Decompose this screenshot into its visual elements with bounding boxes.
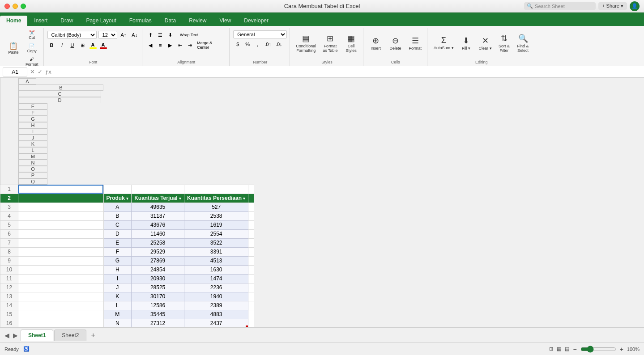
tab-draw[interactable]: Draw	[54, 16, 79, 26]
tab-data[interactable]: Data	[158, 16, 182, 26]
align-left-button[interactable]: ◀	[146, 41, 155, 50]
cell-d15[interactable]: 4883	[184, 310, 248, 319]
percent-button[interactable]: %	[243, 40, 252, 49]
cell-c5[interactable]: 43676	[132, 220, 184, 229]
cell-a1[interactable]	[18, 185, 104, 194]
cell-d13[interactable]: 1940	[184, 292, 248, 301]
user-avatar[interactable]: 👤	[630, 1, 640, 11]
cell-a11[interactable]	[18, 274, 104, 283]
decrease-font-button[interactable]: A↓	[130, 30, 139, 39]
tab-review[interactable]: Review	[183, 16, 213, 26]
cell-a6[interactable]	[18, 229, 104, 238]
align-right-button[interactable]: ▶	[166, 41, 175, 50]
cell-b15[interactable]: M	[103, 310, 132, 319]
cell-c10[interactable]: 24854	[132, 265, 184, 274]
page-layout-view-icon[interactable]: ▦	[557, 346, 561, 352]
cell-b10[interactable]: H	[103, 265, 132, 274]
cell-b5[interactable]: C	[103, 220, 132, 229]
insert-function-icon[interactable]: ƒx	[45, 68, 51, 75]
cell-a3[interactable]	[18, 203, 104, 211]
cell-c6[interactable]: 11460	[132, 229, 184, 238]
accounting-format-button[interactable]: $	[233, 40, 242, 49]
col-header-k[interactable]: K	[18, 141, 47, 147]
number-format-select[interactable]: General	[233, 30, 287, 38]
col-header-m[interactable]: M	[18, 153, 47, 160]
cell-b8[interactable]: F	[103, 247, 132, 256]
resize-handle[interactable]	[246, 325, 248, 328]
clear-button[interactable]: ✕ Clear ▾	[476, 34, 495, 52]
cell-d1[interactable]	[184, 185, 248, 194]
indent-decrease-button[interactable]: ⇤	[175, 41, 184, 50]
cell-c2-header[interactable]: Kuantitas Terjual ▾	[132, 194, 184, 203]
cell-b9[interactable]: G	[103, 256, 132, 265]
col-header-b[interactable]: B	[18, 85, 103, 91]
cell-b3[interactable]: A	[103, 203, 132, 211]
grid-body[interactable]: A B C D E F G H I J K L M N O P Q	[0, 78, 644, 327]
cell-d7[interactable]: 3522	[184, 238, 248, 247]
cell-c12[interactable]: 28525	[132, 283, 184, 292]
cell-b7[interactable]: E	[103, 238, 132, 247]
cell-b6[interactable]: D	[103, 229, 132, 238]
cancel-formula-icon[interactable]: ✕	[30, 68, 35, 75]
tab-home[interactable]: Home	[0, 16, 27, 26]
conditional-formatting-button[interactable]: ▤ ConditionalFormatting	[294, 32, 318, 55]
formula-input[interactable]	[54, 69, 641, 75]
cell-c1[interactable]	[132, 185, 184, 194]
tab-formulas[interactable]: Formulas	[123, 16, 158, 26]
bold-button[interactable]: B	[47, 41, 56, 50]
underline-button[interactable]: U	[68, 41, 77, 50]
cell-b1[interactable]	[103, 185, 132, 194]
cell-a9[interactable]	[18, 256, 104, 265]
col-header-c[interactable]: C	[18, 91, 101, 97]
col-header-j[interactable]: J	[18, 135, 47, 141]
format-cells-button[interactable]: ☰ Format	[406, 34, 425, 52]
cell-d11[interactable]: 1474	[184, 274, 248, 283]
share-button[interactable]: + Share ▾	[598, 2, 627, 10]
minimize-button[interactable]	[13, 4, 18, 9]
format-table-button[interactable]: ⊞ Formatas Table	[320, 32, 340, 55]
decrease-decimal-button[interactable]: .0↓	[274, 40, 284, 49]
col-header-f[interactable]: F	[18, 110, 47, 116]
cell-a15[interactable]	[18, 310, 104, 319]
cell-d3[interactable]: 527	[184, 203, 248, 211]
increase-font-button[interactable]: A↑	[119, 30, 128, 39]
border-button[interactable]: ⊞	[78, 41, 87, 50]
sort-filter-button[interactable]: ⇅ Sort &Filter	[495, 32, 513, 55]
cell-d2-header[interactable]: Kuantitas Persediaan ▾	[184, 194, 248, 203]
col-header-g[interactable]: G	[18, 116, 47, 122]
cell-a4[interactable]	[18, 211, 104, 220]
sheet-nav-prev[interactable]: ◀	[3, 332, 11, 339]
col-header-p[interactable]: P	[18, 172, 47, 178]
cell-d10[interactable]: 1630	[184, 265, 248, 274]
cell-b11[interactable]: I	[103, 274, 132, 283]
maximize-button[interactable]	[21, 4, 26, 9]
cell-d9[interactable]: 4513	[184, 256, 248, 265]
cell-a16[interactable]	[18, 319, 104, 327]
sheet-nav-next[interactable]: ▶	[11, 332, 20, 339]
align-bottom-button[interactable]: ⬇	[166, 30, 175, 39]
cell-c8[interactable]: 29529	[132, 247, 184, 256]
cell-c7[interactable]: 25258	[132, 238, 184, 247]
sheet-tab-sheet1[interactable]: Sheet1	[21, 330, 53, 341]
cell-d16[interactable]: 2437	[184, 319, 248, 327]
cell-d12[interactable]: 2236	[184, 283, 248, 292]
cell-c3[interactable]: 49635	[132, 203, 184, 211]
zoom-slider[interactable]	[580, 346, 616, 353]
cell-c4[interactable]: 31187	[132, 211, 184, 220]
fill-color-button[interactable]: A	[89, 41, 98, 50]
indent-increase-button[interactable]: ⇥	[185, 41, 194, 50]
align-top-button[interactable]: ⬆	[146, 30, 155, 39]
page-break-view-icon[interactable]: ▤	[565, 346, 569, 352]
cell-styles-button[interactable]: ▦ CellStyles	[342, 32, 360, 55]
cell-c14[interactable]: 12586	[132, 301, 184, 310]
cell-b14[interactable]: L	[103, 301, 132, 310]
cell-d5[interactable]: 1619	[184, 220, 248, 229]
insert-cells-button[interactable]: ⊕ Insert	[367, 34, 385, 52]
autosum-button[interactable]: Σ AutoSum ▾	[431, 34, 456, 52]
cut-button[interactable]: ✂️ Cut	[23, 29, 41, 41]
cell-a8[interactable]	[18, 247, 104, 256]
col-header-h[interactable]: H	[18, 122, 47, 128]
cell-c9[interactable]: 27869	[132, 256, 184, 265]
delete-cells-button[interactable]: ⊖ Delete	[387, 34, 405, 52]
cell-a5[interactable]	[18, 220, 104, 229]
